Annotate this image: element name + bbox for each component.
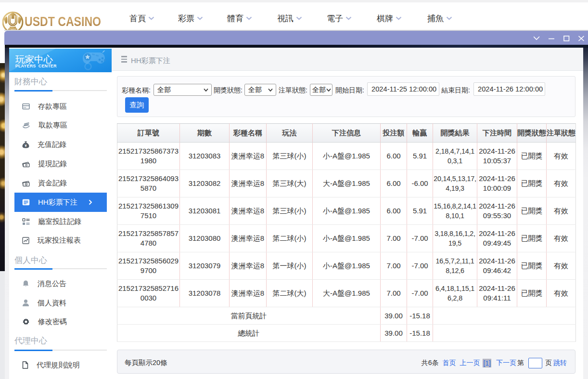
svg-text:¥: ¥ [25,144,27,148]
